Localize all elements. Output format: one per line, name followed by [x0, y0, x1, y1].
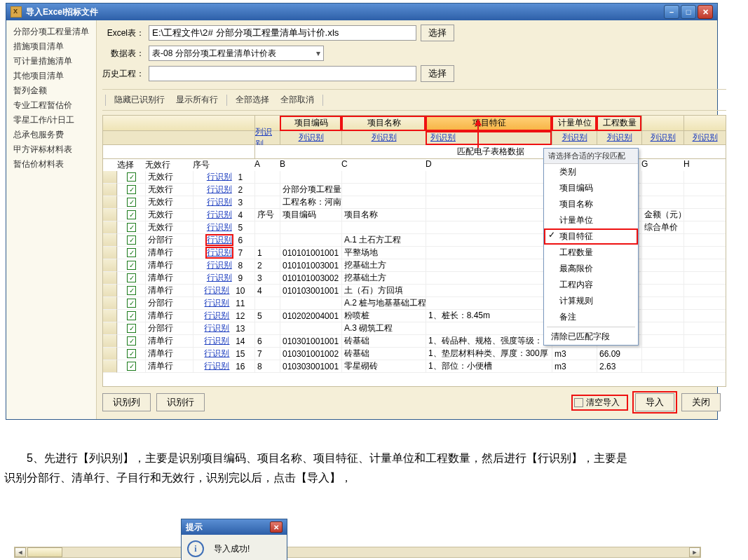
- row-checkbox[interactable]: ✓: [117, 297, 145, 310]
- col-identify-h[interactable]: 列识别: [693, 132, 718, 144]
- import-button[interactable]: 导入: [635, 393, 674, 411]
- col-identify-d[interactable]: 列识别: [430, 132, 456, 144]
- row-identify[interactable]: 行识别 7: [193, 247, 254, 259]
- tb-showall[interactable]: 显示所有行: [170, 93, 224, 107]
- dropdown-title: 请选择合适的字段匹配: [544, 149, 638, 164]
- close-button[interactable]: ✕: [698, 5, 713, 19]
- maximize-button[interactable]: □: [681, 5, 696, 19]
- sidebar-item[interactable]: 暂估价材料表: [9, 157, 93, 172]
- sidebar: 分部分项工程量清单 措施项目清单 可计量措施清单 其他项目清单 暂列金额 专业工…: [6, 20, 97, 419]
- sidebar-item[interactable]: 可计量措施清单: [9, 54, 93, 69]
- row-identify[interactable]: 行识别 10: [193, 285, 254, 297]
- row-identify[interactable]: 行识别 16: [193, 360, 254, 373]
- clear-import-checkbox[interactable]: 清空导入: [574, 397, 620, 409]
- history-browse-button[interactable]: 选择: [421, 65, 454, 82]
- row-identify[interactable]: 行识别 1: [193, 171, 254, 184]
- outer-scrollbar[interactable]: ◄ ►: [14, 547, 701, 558]
- row-checkbox[interactable]: ✓: [117, 285, 145, 297]
- sidebar-item[interactable]: 措施项目清单: [9, 39, 93, 54]
- dd-item[interactable]: 工程数量: [544, 245, 638, 261]
- row-checkbox[interactable]: ✓: [117, 196, 145, 209]
- row-identify[interactable]: 行识别 8: [193, 259, 254, 272]
- row-header: [103, 259, 117, 272]
- table-row[interactable]: ✓清单行行识别 168010303001001零星砌砖1、部位：小便槽m32.6…: [103, 360, 726, 373]
- row-identify[interactable]: 行识别 2: [193, 184, 254, 196]
- sidebar-item[interactable]: 其他项目清单: [9, 69, 93, 83]
- row-checkbox[interactable]: ✓: [117, 310, 145, 322]
- close-button-footer[interactable]: 关闭: [681, 393, 721, 411]
- col-code[interactable]: 项目编码: [280, 116, 341, 131]
- row-checkbox[interactable]: ✓: [117, 335, 145, 348]
- sidebar-item[interactable]: 总承包服务费: [9, 128, 93, 142]
- row-identify[interactable]: 行识别 11: [193, 297, 254, 310]
- sidebar-item[interactable]: 暂列金额: [9, 83, 93, 98]
- row-identify[interactable]: 行识别 13: [193, 322, 254, 335]
- prompt-close-button[interactable]: ✕: [270, 521, 283, 533]
- row-checkbox[interactable]: ✓: [117, 234, 145, 247]
- row-checkbox[interactable]: ✓: [117, 360, 145, 373]
- dd-item[interactable]: 最高限价: [544, 261, 638, 277]
- excel-browse-button[interactable]: 选择: [421, 25, 454, 41]
- col-identify-g[interactable]: 列识别: [651, 132, 676, 144]
- excel-path-input[interactable]: [149, 25, 416, 41]
- row-type: 清单行: [145, 335, 193, 348]
- sidebar-item[interactable]: 零星工作/计日工: [9, 113, 93, 128]
- dd-item[interactable]: 计量单位: [544, 212, 638, 228]
- row-identify[interactable]: 行识别 3: [193, 196, 254, 209]
- table-row[interactable]: ✓清单行行识别 157010301001002砖基础1、垫层材料种类、厚度：30…: [103, 348, 726, 360]
- row-checkbox[interactable]: ✓: [117, 259, 145, 272]
- dd-item-checked[interactable]: 项目特征: [544, 228, 638, 245]
- row-identify[interactable]: 行识别 15: [193, 348, 254, 360]
- dd-item[interactable]: 备注: [544, 309, 638, 325]
- col-identify-c[interactable]: 列识别: [372, 132, 397, 144]
- row-checkbox[interactable]: ✓: [117, 171, 145, 184]
- col-unit[interactable]: 计量单位: [552, 116, 597, 131]
- row-identify[interactable]: 行识别 14: [193, 335, 254, 348]
- col-identify-f[interactable]: 列识别: [607, 132, 632, 144]
- tb-unselall[interactable]: 全部取消: [275, 93, 320, 107]
- identify-col-button[interactable]: 识别列: [102, 393, 151, 411]
- sheet-select[interactable]: 表-08 分部分项工程量清单计价表: [149, 46, 324, 61]
- row-identify[interactable]: 行识别 12: [193, 310, 254, 322]
- row-identify[interactable]: 行识别 4: [193, 209, 254, 221]
- row-type: 清单行: [145, 360, 193, 373]
- sidebar-item[interactable]: 甲方评标材料表: [9, 142, 93, 157]
- titlebar[interactable]: 导入Excel招标文件 – □ ✕: [6, 4, 717, 20]
- row-type: 清单行: [145, 272, 193, 285]
- dd-item[interactable]: 工程内容: [544, 277, 638, 293]
- col-qty[interactable]: 工程数量: [597, 116, 641, 131]
- excel-label: Excel表：: [102, 27, 144, 39]
- dd-item[interactable]: 类别: [544, 164, 638, 180]
- row-identify[interactable]: 行识别 6: [193, 234, 254, 247]
- minimize-button[interactable]: –: [664, 5, 679, 19]
- tb-hide[interactable]: 隐藏已识别行: [109, 93, 170, 107]
- sidebar-item[interactable]: 专业工程暂估价: [9, 98, 93, 113]
- history-input[interactable]: [149, 66, 416, 81]
- dd-item[interactable]: 计算规则: [544, 293, 638, 309]
- col-identify-e[interactable]: 列识别: [562, 132, 587, 144]
- identify-row-button[interactable]: 识别行: [156, 393, 205, 411]
- app-icon: [11, 6, 22, 18]
- row-checkbox[interactable]: ✓: [117, 184, 145, 196]
- row-checkbox[interactable]: ✓: [117, 272, 145, 285]
- dd-item[interactable]: 项目编码: [544, 180, 638, 196]
- col-name[interactable]: 项目名称: [341, 116, 426, 131]
- row-checkbox[interactable]: ✓: [117, 221, 145, 234]
- row-identify[interactable]: 行识别 9: [193, 272, 254, 285]
- sidebar-item[interactable]: 分部分项工程量清单: [9, 25, 93, 39]
- dd-clear[interactable]: 清除已匹配字段: [544, 329, 638, 345]
- head-invalid: 无效行: [145, 159, 193, 171]
- dd-item[interactable]: 项目名称: [544, 196, 638, 212]
- row-checkbox[interactable]: ✓: [117, 348, 145, 360]
- row-header: [103, 221, 117, 234]
- row-identify[interactable]: 行识别 5: [193, 221, 254, 234]
- row-checkbox[interactable]: ✓: [117, 322, 145, 335]
- col-identify-b[interactable]: 列识别: [299, 132, 324, 144]
- row-checkbox[interactable]: ✓: [117, 247, 145, 259]
- row-checkbox[interactable]: ✓: [117, 209, 145, 221]
- import-window: 导入Excel招标文件 – □ ✕ 分部分项工程量清单 措施项目清单 可计量措施…: [6, 3, 718, 420]
- col-feature[interactable]: 项目特征: [426, 116, 552, 131]
- field-dropdown[interactable]: 请选择合适的字段匹配 类别 项目编码 项目名称 计量单位 项目特征 工程数量 最…: [543, 148, 639, 346]
- row-type: 清单行: [145, 310, 193, 322]
- tb-selall[interactable]: 全部选择: [230, 93, 275, 107]
